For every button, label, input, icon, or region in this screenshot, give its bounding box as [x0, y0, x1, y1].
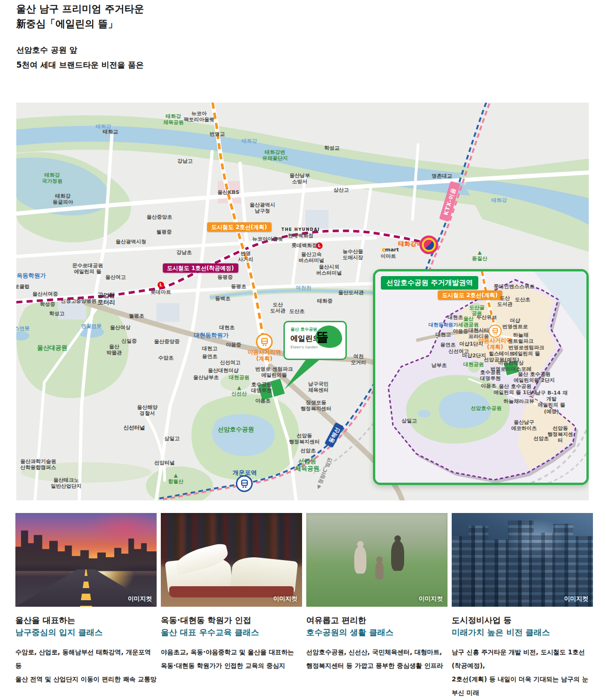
card-title-accent: 호수공원의 생활 클래스 — [306, 626, 448, 638]
card-caption: 울산을 대표하는 남구중심의 입지 클래스 수암로, 산업로, 동해남부선 태화… — [15, 614, 157, 686]
open-book-image: 이미지컷 — [161, 513, 302, 607]
card-title: 울산을 대표하는 — [15, 614, 157, 626]
card-body: 남구 신흥 주거타운 개발 비전, 도시철도 1호선(착공예정), 2호선(계획… — [452, 645, 593, 700]
mother-silhouette — [354, 547, 366, 574]
blue-city-image: 이미지컷 — [452, 513, 593, 607]
image-cut-label: 이미지컷 — [419, 595, 443, 603]
card-title: 여유롭고 편리한 — [306, 614, 448, 626]
card-title-accent: 울산 대표 우수교육 클래스 — [161, 626, 302, 638]
taehwagang-station-icon — [420, 236, 438, 254]
card-body: 선암호수공원, 신선산, 국민체육센터, 대형마트, 행정복지센터 등 가깝고 … — [306, 645, 448, 672]
yaeum-station-icon — [256, 333, 273, 350]
train-icon — [491, 327, 499, 335]
inset-header-badge: 선암호수공원 주거개발권역 — [381, 276, 478, 290]
family-park-image: 이미지컷 — [306, 513, 448, 607]
cloud-glow — [87, 513, 157, 547]
card-caption: 옥동·대현동 학원가 인접 울산 대표 우수교육 클래스 야음초교, 옥동·야음… — [161, 614, 302, 672]
image-cut-label: 이미지컷 — [564, 595, 588, 603]
card-title-accent: 미래가치 높은 비전 클래스 — [452, 626, 593, 638]
card-body: 수암로, 산업로, 동해남부선 태화강역, 개운포역 등 울산 전역 및 산업단… — [15, 645, 157, 686]
card-title-accent: 남구중심의 입지 클래스 — [15, 626, 157, 638]
train-icon — [240, 479, 249, 489]
brand-logo-character: 뜰 — [316, 331, 329, 343]
card-vision: 이미지컷 도시정비사업 등 미래가치 높은 비전 클래스 남구 신흥 주거타운 … — [452, 513, 593, 700]
image-cut-label: 이미지컷 — [128, 595, 152, 603]
card-caption: 여유롭고 편리한 호수공원의 생활 클래스 선암호수공원, 신선산, 국민체육센… — [306, 614, 448, 672]
page: 울산 남구 프리미엄 주거타운 新중심「에일린의 뜰」 선암호수 공원 앞 5천… — [0, 0, 606, 700]
card-education: 이미지컷 옥동·대현동 학원가 인접 울산 대표 우수교육 클래스 야음초교, … — [161, 513, 302, 700]
card-body: 야음초교, 옥동·야음중학교 및 울산을 대표하는 옥동·대현동 학원가가 인접… — [161, 645, 302, 672]
image-cut-label: 이미지컷 — [273, 595, 297, 603]
feature-cards: 이미지컷 울산을 대표하는 남구중심의 입지 클래스 수암로, 산업로, 동해남… — [15, 513, 593, 700]
inset-artwork — [375, 271, 586, 483]
development-zone-inset: 도시철도 2호선(계획)롯데인벤스스위트도산 도서관도산초도산골 공원대현초울산… — [373, 269, 589, 485]
card-lifestyle: 이미지컷 여유롭고 편리한 호수공원의 생활 클래스 선암호수공원, 신선산, … — [306, 513, 448, 700]
inset-yaeum-station-icon — [489, 325, 502, 338]
page-header: 울산 남구 프리미엄 주거타운 新중심「에일린의 뜰」 선암호수 공원 앞 5천… — [16, 2, 144, 73]
location-map: 태화강태화교태화강 체육공원뉴코아 팩토리아울렛번영교태화강학성교태화강변 유채… — [16, 103, 589, 500]
page-subtitle: 선암호수 공원 앞 5천여 세대 브랜드타운 비전을 품은 — [16, 42, 144, 73]
card-title: 옥동·대현동 학원가 인접 — [161, 614, 302, 626]
gaeunpo-station-icon — [236, 475, 253, 492]
card-title: 도시정비사업 등 — [452, 614, 593, 626]
train-icon — [260, 337, 269, 347]
father-silhouette — [391, 541, 404, 571]
sunset-road-image: 이미지컷 — [15, 513, 157, 607]
child-silhouette — [375, 562, 384, 580]
page-title: 울산 남구 프리미엄 주거타운 新중심「에일린의 뜰」 — [16, 2, 144, 31]
site-callout: 울산 호수공원 에일린의 Eileen's Garden 뜰 — [283, 321, 347, 360]
building-grid — [452, 520, 593, 607]
card-location: 이미지컷 울산을 대표하는 남구중심의 입지 클래스 수암로, 산업로, 동해남… — [15, 513, 157, 700]
card-caption: 도시정비사업 등 미래가치 높은 비전 클래스 남구 신흥 주거타운 개발 비전… — [452, 614, 593, 700]
